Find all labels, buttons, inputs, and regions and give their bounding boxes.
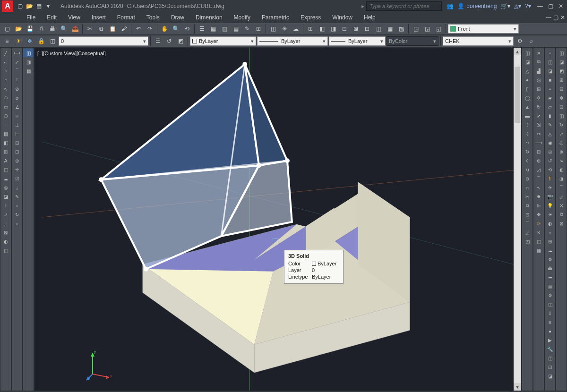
layer-iso-icon[interactable]: ◩ bbox=[175, 36, 186, 46]
xline-icon[interactable]: ⟋ bbox=[0, 219, 11, 228]
3dscale-icon[interactable]: ⤧ bbox=[533, 228, 544, 237]
vs-sketchy-icon[interactable]: ✎ bbox=[545, 120, 555, 129]
extra3-icon[interactable]: ◪ bbox=[545, 372, 555, 380]
app-icon[interactable]: ◬▾ bbox=[514, 3, 521, 9]
offset-icon[interactable]: ◎ bbox=[533, 76, 544, 84]
chamfer-edge-icon[interactable]: ◿ bbox=[522, 228, 533, 237]
search-play-icon[interactable]: ▸ bbox=[361, 3, 364, 9]
linetype-combo[interactable]: ByLayer ▾ bbox=[190, 36, 256, 46]
cui-icon[interactable]: ◫ bbox=[545, 300, 555, 308]
sweep-icon[interactable]: ⤳ bbox=[522, 138, 533, 147]
fillet-icon[interactable]: ⌒ bbox=[533, 174, 544, 183]
3d-mesh-icon[interactable]: ▦ bbox=[23, 67, 34, 75]
zoom-icon[interactable]: 🔍 bbox=[171, 24, 181, 34]
script-icon[interactable]: ≡ bbox=[545, 318, 555, 326]
donut-icon[interactable]: ◎ bbox=[0, 183, 11, 192]
view2-icon[interactable]: ◨ bbox=[328, 24, 338, 34]
imprint-icon[interactable]: ⊡ bbox=[522, 210, 533, 219]
polyline-icon[interactable]: ⌐ bbox=[0, 58, 11, 66]
scroll-down-icon[interactable]: ▾ bbox=[514, 383, 521, 391]
r4-12-icon[interactable]: ⊕ bbox=[556, 147, 567, 156]
loft-icon[interactable]: ◊ bbox=[522, 156, 533, 165]
sphere-icon[interactable]: ● bbox=[522, 76, 533, 84]
pan-icon[interactable]: ✋ bbox=[159, 24, 170, 34]
boundary-icon[interactable]: ⬚ bbox=[0, 246, 11, 255]
cont-orbit-icon[interactable]: ↺ bbox=[545, 156, 555, 165]
region-icon[interactable]: ◧ bbox=[0, 138, 11, 147]
break-icon[interactable]: ⊟ bbox=[533, 147, 544, 156]
redo-icon[interactable]: ↷ bbox=[145, 24, 155, 34]
ucs-icon[interactable]: x y bbox=[86, 348, 114, 381]
dim-style-icon[interactable]: ⟐ bbox=[12, 219, 22, 228]
thicken-icon[interactable]: ⧈ bbox=[522, 201, 533, 210]
hatch-icon[interactable]: ▨ bbox=[0, 129, 11, 138]
slice-icon[interactable]: ✂ bbox=[522, 192, 533, 201]
rotate-icon[interactable]: ↻ bbox=[533, 102, 544, 111]
layer-props-icon[interactable]: ≡ bbox=[2, 36, 12, 46]
drawing-canvas[interactable]: [–][Custom View][Conceptual] bbox=[34, 47, 522, 391]
block-icon[interactable]: ◫ bbox=[268, 24, 278, 34]
cart-icon[interactable]: 🛒▾ bbox=[500, 3, 510, 9]
render-adv-icon[interactable]: ⚙ bbox=[545, 255, 555, 264]
dim-cont-icon[interactable]: ⊢ bbox=[12, 129, 22, 138]
section-icon[interactable]: ◫ bbox=[533, 237, 544, 246]
r4-11-icon[interactable]: ◎ bbox=[556, 138, 567, 147]
center-mark-icon[interactable]: ✛ bbox=[12, 165, 22, 174]
union-icon[interactable]: ∪ bbox=[522, 165, 533, 174]
r4-6-icon[interactable]: ✥ bbox=[556, 94, 567, 102]
intersect-icon[interactable]: ∩ bbox=[522, 183, 533, 192]
menu-insert[interactable]: Insert bbox=[86, 13, 112, 22]
layer-lock-icon[interactable]: 🔒 bbox=[36, 36, 46, 46]
sheet-set-icon[interactable]: ▤ bbox=[231, 24, 241, 34]
r4-13-icon[interactable]: ∿ bbox=[556, 156, 567, 165]
menu-view[interactable]: View bbox=[62, 13, 86, 22]
polysolid-icon[interactable]: ▬ bbox=[522, 111, 533, 120]
arc-icon[interactable]: ◝ bbox=[0, 67, 11, 75]
save-icon[interactable]: ▤ bbox=[35, 2, 43, 10]
polygon-icon[interactable]: ⬡ bbox=[0, 111, 11, 120]
torus-icon[interactable]: ◯ bbox=[522, 94, 533, 102]
cloud-icon[interactable]: ☁ bbox=[291, 24, 301, 34]
table-icon[interactable]: ⊞ bbox=[305, 24, 316, 34]
open-icon[interactable]: 📂 bbox=[26, 2, 33, 10]
menu-format[interactable]: Format bbox=[112, 13, 141, 22]
design-center-icon[interactable]: ▦ bbox=[208, 24, 218, 34]
align-icon[interactable]: ⊫ bbox=[533, 201, 544, 210]
free-orbit-icon[interactable]: ◎ bbox=[545, 147, 555, 156]
cylinder-icon[interactable]: ▯ bbox=[522, 85, 533, 93]
dim-update-icon[interactable]: ↻ bbox=[12, 210, 22, 219]
dim-arc-icon[interactable]: ⌒ bbox=[12, 67, 22, 75]
user-name[interactable]: 👤doreenheng bbox=[457, 3, 497, 9]
style-combo[interactable]: CHEK ▾ bbox=[443, 36, 514, 46]
layer-combo[interactable]: 0 ▾ bbox=[59, 36, 148, 46]
menu-help[interactable]: Help bbox=[358, 13, 381, 22]
dim-base-icon[interactable]: ⊥ bbox=[12, 120, 22, 129]
gradient-icon[interactable]: ◐ bbox=[0, 237, 11, 246]
help-icon[interactable]: ?▾ bbox=[525, 3, 531, 9]
r4-18-icon[interactable]: ✕ bbox=[556, 201, 567, 210]
ucs1-icon[interactable]: ◳ bbox=[411, 24, 421, 34]
close-button[interactable]: ✕ bbox=[557, 2, 565, 10]
fly-icon[interactable]: ✈ bbox=[545, 183, 555, 192]
3drotate-icon[interactable]: ⟳ bbox=[533, 219, 544, 228]
markup-icon[interactable]: ✎ bbox=[242, 24, 252, 34]
paste-icon[interactable]: 📋 bbox=[107, 24, 118, 34]
search-input[interactable] bbox=[366, 1, 442, 11]
r4-7-icon[interactable]: ⊡ bbox=[556, 102, 567, 111]
vs-shadededge-icon[interactable]: ▱ bbox=[545, 102, 555, 111]
match-icon[interactable]: 🖌 bbox=[119, 24, 129, 34]
dim-diam-icon[interactable]: ⌀ bbox=[12, 94, 22, 102]
sun-icon[interactable]: ☀ bbox=[545, 210, 555, 219]
light-icon[interactable]: 💡 bbox=[545, 201, 555, 210]
extra2-icon[interactable]: ⊡ bbox=[545, 363, 555, 371]
r4-3-icon[interactable]: ◩ bbox=[556, 67, 567, 75]
scale-icon[interactable]: ⤢ bbox=[533, 111, 544, 120]
extend-icon[interactable]: ⟶ bbox=[533, 138, 544, 147]
3d-cube-icon[interactable]: ◫ bbox=[23, 49, 34, 57]
r4-20-icon[interactable]: ⊠ bbox=[556, 219, 567, 228]
dim-space-icon[interactable]: ⊟ bbox=[12, 138, 22, 147]
extra1-icon[interactable]: ◫ bbox=[545, 354, 555, 362]
walk-icon[interactable]: 🚶 bbox=[545, 174, 555, 183]
r4-4-icon[interactable]: ⊞ bbox=[556, 76, 567, 84]
stretch-icon[interactable]: ⇲ bbox=[533, 120, 544, 129]
